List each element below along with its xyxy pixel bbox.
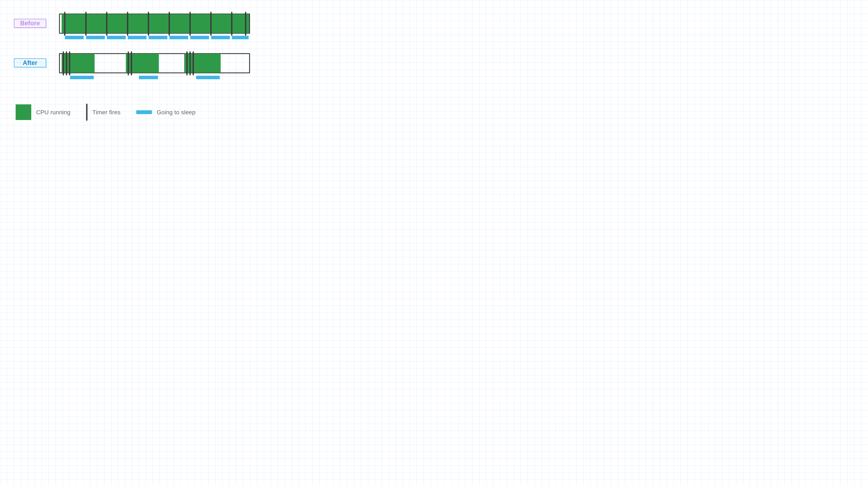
timer-fire — [189, 12, 191, 36]
sleep-segment — [190, 36, 209, 39]
timer-fire — [128, 51, 129, 75]
timer-fire — [192, 51, 194, 75]
timer-fire — [64, 12, 65, 36]
timeline-after — [59, 53, 250, 73]
timer-fire — [66, 51, 67, 75]
sleep-strip-before — [59, 36, 250, 39]
sleep-strip-after — [59, 76, 250, 79]
legend-cpu-label: CPU running — [36, 109, 70, 116]
timer-fire — [148, 12, 149, 36]
sleep-segment — [65, 36, 84, 39]
sleep-segment — [232, 36, 249, 39]
timer-fire — [231, 12, 232, 36]
timer-fire — [127, 12, 128, 36]
legend-sleep-label: Going to sleep — [157, 109, 195, 116]
legend: CPU running Timer fires Going to sleep — [16, 103, 260, 121]
sleep-segment — [107, 36, 126, 39]
sleep-segment — [128, 36, 147, 39]
legend-sleep: Going to sleep — [136, 109, 195, 116]
sleep-segment — [196, 76, 220, 79]
sleep-segment — [139, 76, 158, 79]
timer-fire — [186, 51, 188, 75]
timer-fire — [168, 12, 170, 36]
timer-fire — [245, 12, 246, 36]
sleep-segment — [211, 36, 230, 39]
cpu-block — [62, 14, 249, 33]
timeline-before — [59, 13, 250, 34]
timer-fire — [69, 51, 70, 75]
cpu-swatch-icon — [16, 104, 31, 120]
legend-fire-label: Timer fires — [92, 109, 121, 116]
sleep-segment — [86, 36, 105, 39]
legend-cpu: CPU running — [16, 104, 70, 120]
timer-fire — [106, 12, 107, 36]
sleep-segment — [70, 76, 94, 79]
timer-fire — [210, 12, 212, 36]
timer-fire — [85, 12, 87, 36]
timer-fire — [63, 51, 64, 75]
timer-fire-icon — [86, 103, 88, 121]
label-before: Before — [14, 19, 46, 28]
label-after: After — [14, 58, 46, 67]
sleep-segment — [169, 36, 188, 39]
timer-fire — [189, 51, 191, 75]
sleep-swatch-icon — [136, 110, 152, 114]
timer-fire — [131, 51, 132, 75]
sleep-segment — [149, 36, 167, 39]
legend-fire: Timer fires — [86, 103, 121, 121]
